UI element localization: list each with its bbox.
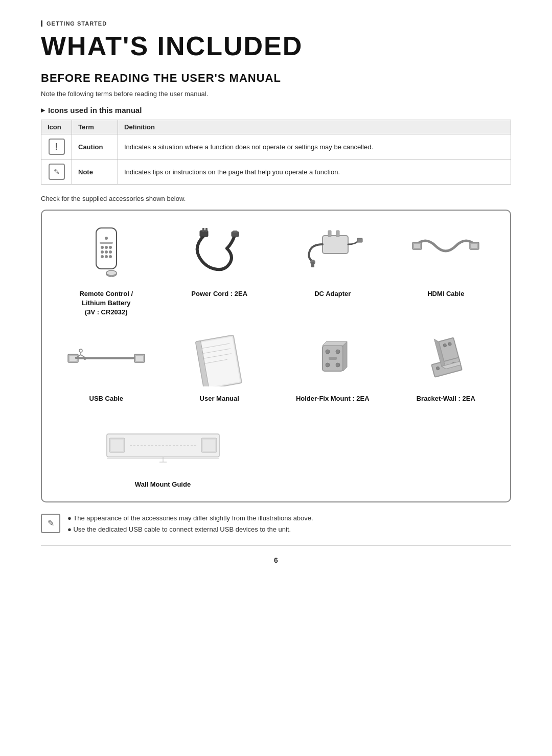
note-box-text: The appearance of the accessories may di… [67,513,313,535]
accessory-dc-adapter: DC Adapter [279,223,387,317]
accessory-label-wall-mount-guide: Wall Mount Guide [135,480,191,489]
svg-rect-18 [233,231,237,233]
accessory-image-dc-adapter [292,223,374,284]
svg-point-1 [105,237,108,240]
svg-rect-65 [203,440,215,451]
accessory-hdmi-cable: HDMI Cable [392,223,500,317]
svg-rect-63 [111,440,123,451]
accessory-image-usb-cable [65,328,147,389]
accessory-label-power-cord: Power Cord : 2EA [191,289,247,299]
accessory-image-bracket-wall [405,328,487,389]
accessory-user-manual: User Manual [166,328,274,403]
accessory-image-remote-control [65,223,147,284]
svg-rect-28 [471,244,477,248]
svg-point-6 [101,250,104,254]
note-icon: ✎ [49,164,65,180]
svg-rect-52 [329,357,337,360]
note-line-1: The appearance of the accessories may di… [67,513,313,524]
term-caution: Caution [72,134,118,159]
svg-rect-21 [311,262,314,267]
svg-line-37 [81,355,85,357]
svg-point-9 [101,255,104,258]
section-title: BEFORE READING THE USER'S MANUAL [41,72,511,85]
dc-adapter-svg [300,225,366,282]
svg-point-5 [109,246,112,249]
svg-rect-15 [202,228,204,232]
remote-control-svg [78,225,134,282]
accessory-label-holder-fix: Holder-Fix Mount : 2EA [296,394,370,403]
svg-point-11 [109,255,112,258]
accessory-wall-mount-guide: Wall Mount Guide [52,414,273,489]
svg-rect-22 [357,238,362,242]
col-term: Term [72,120,118,134]
accessories-grid: Remote Control /Lithium Battery(3V : CR2… [52,223,500,489]
svg-point-3 [101,246,104,249]
accessory-bracket-wall: Bracket-Wall : 2EA [392,328,500,403]
accessory-image-user-manual [178,328,260,389]
table-row: ! Caution Indicates a situation where a … [41,134,511,159]
svg-rect-19 [323,236,348,254]
power-cord-svg [189,225,250,282]
accessory-usb-cable: USB Cable [52,328,160,403]
accessory-label-hdmi-cable: HDMI Cable [427,289,464,299]
note-box: ✎ The appearance of the accessories may … [41,513,511,546]
accessory-label-dc-adapter: DC Adapter [314,289,351,299]
svg-point-51 [336,363,340,367]
def-caution: Indicates a situation where a function d… [118,134,511,159]
holder-fix-svg [302,330,363,386]
svg-point-39 [83,357,86,360]
bracket-wall-svg [415,330,476,386]
icons-table: Icon Term Definition ! Caution Indicates… [41,120,511,185]
user-manual-svg [189,330,250,386]
accessory-image-hdmi-cable [405,223,487,284]
svg-point-48 [326,350,330,354]
svg-point-8 [109,250,112,254]
wall-mount-guide-svg [91,424,235,465]
note-box-icon: ✎ [41,514,60,533]
accessory-label-user-manual: User Manual [200,394,239,403]
accessory-image-holder-fix [292,328,374,389]
note-line-2: Use the dedicated USB cable to connect e… [67,524,313,535]
svg-point-49 [336,350,340,354]
accessories-box: Remote Control /Lithium Battery(3V : CR2… [41,210,511,502]
section-label: GETTING STARTED [41,20,511,27]
accessory-remote-control: Remote Control /Lithium Battery(3V : CR2… [52,223,160,317]
svg-point-10 [105,255,108,258]
col-icon: Icon [41,120,72,134]
accessory-holder-fix: Holder-Fix Mount : 2EA [279,328,387,403]
svg-point-13 [106,270,117,276]
accessory-power-cord: Power Cord : 2EA [166,223,274,317]
page-number: 6 [41,556,511,564]
accessory-label-remote-control: Remote Control /Lithium Battery(3V : CR2… [79,289,133,317]
svg-point-50 [326,363,330,367]
subsection-title: Icons used in this manual [41,106,511,114]
accessory-image-power-cord [178,223,260,284]
svg-rect-26 [414,244,420,248]
term-note: Note [72,159,118,185]
accessory-label-usb-cable: USB Cable [89,394,123,403]
usb-cable-svg [65,338,147,379]
check-text: Check for the supplied accessories shown… [41,195,511,202]
svg-point-7 [105,250,108,254]
col-definition: Definition [118,120,511,134]
intro-text: Note the following terms before reading … [41,90,511,98]
svg-point-4 [105,246,108,249]
def-note: Indicates tips or instructions on the pa… [118,159,511,185]
svg-rect-16 [205,228,208,232]
accessory-label-bracket-wall: Bracket-Wall : 2EA [417,394,475,403]
accessory-image-wall-mount-guide [91,414,235,475]
svg-rect-2 [100,242,113,244]
svg-rect-24 [336,231,339,237]
svg-rect-33 [136,356,143,361]
svg-rect-38 [75,357,78,359]
hdmi-cable-svg [410,225,481,282]
caution-icon: ! [49,139,65,155]
svg-point-34 [79,349,82,352]
page-title: WHAT'S INCLUDED [41,31,511,61]
table-row: ✎ Note Indicates tips or instructions on… [41,159,511,185]
svg-rect-23 [328,231,331,237]
